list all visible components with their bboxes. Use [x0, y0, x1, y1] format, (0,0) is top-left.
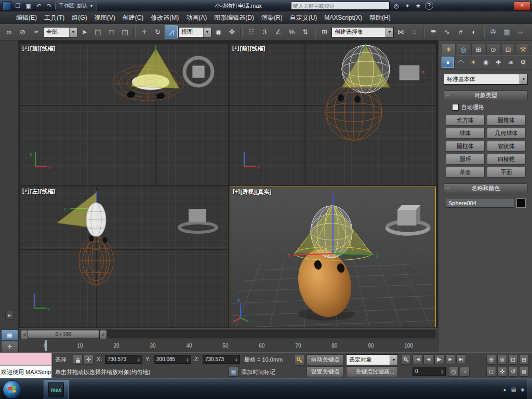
tray-expand-icon[interactable]: ▲: [503, 388, 507, 391]
bind-to-space-warp-icon[interactable]: ≈: [30, 25, 43, 38]
search-icon[interactable]: ◎: [392, 3, 401, 9]
viewport-name-menu[interactable]: [前]: [240, 45, 249, 52]
menu-item-animation[interactable]: 动画(A): [182, 14, 210, 22]
zoom-icon[interactable]: ⊕: [486, 355, 496, 365]
viewport-left-canvas[interactable]: y: [20, 187, 228, 327]
zoom-extents-icon[interactable]: ⊡: [508, 355, 518, 365]
phone-gizmo[interactable]: [179, 209, 217, 232]
previous-frame-button[interactable]: ◀: [423, 354, 433, 364]
egg-body-wireframe[interactable]: [326, 84, 382, 140]
viewport-menu-plus[interactable]: [+]: [233, 188, 240, 196]
viewport-perspective-canvas[interactable]: x y z: [230, 187, 435, 327]
next-frame-button[interactable]: >: [99, 330, 107, 339]
viewport-top[interactable]: [+] [顶] [线框]: [20, 44, 228, 185]
time-slider-handle[interactable]: 0 / 100: [28, 330, 99, 338]
dock-tool-icon[interactable]: ✛: [1, 341, 18, 352]
menu-item-tools[interactable]: 工具(T): [41, 14, 68, 22]
mirror-icon[interactable]: ⋈: [394, 25, 407, 38]
eye-right[interactable]: [156, 92, 165, 100]
unlink-selection-icon[interactable]: ⊘: [16, 25, 29, 38]
viewport-left[interactable]: [+] [左] [线框] y: [20, 187, 228, 327]
go-to-end-button[interactable]: ▶|: [456, 354, 466, 364]
head-sphere-wireframe[interactable]: [86, 203, 106, 237]
angle-snap-icon[interactable]: ∠: [272, 25, 285, 38]
set-key-big-icon[interactable]: [294, 355, 305, 366]
select-and-rotate-icon[interactable]: ↻: [151, 25, 164, 38]
subtab-shapes[interactable]: ◠: [455, 57, 467, 68]
button-plane[interactable]: 平面: [487, 167, 526, 178]
select-and-scale-icon[interactable]: ◿: [165, 25, 178, 38]
phone-gizmo[interactable]: [387, 205, 429, 234]
menu-item-rendering[interactable]: 渲染(R): [258, 14, 286, 22]
button-pyramid[interactable]: 四棱锥: [487, 154, 526, 165]
viewport-top-canvas[interactable]: y x: [20, 44, 228, 185]
geometry-category-dropdown[interactable]: 标准基本体 ▼: [444, 74, 528, 85]
object-name-field[interactable]: Sphere004: [446, 198, 514, 208]
menu-item-views[interactable]: 视图(V): [91, 14, 119, 22]
percent-snap-icon[interactable]: %: [285, 25, 298, 38]
menu-item-group[interactable]: 组(G): [68, 14, 90, 22]
z-coordinate-field[interactable]: 730.573 ▲▼: [203, 355, 240, 364]
time-configuration-icon[interactable]: ◷: [449, 367, 459, 377]
viewport-shading-menu[interactable]: [真实]: [256, 188, 271, 196]
viewport-shading-menu[interactable]: [线框]: [250, 45, 265, 52]
y-coordinate-field[interactable]: 200.085 ▲▼: [154, 355, 191, 364]
tab-create[interactable]: ✶: [442, 43, 456, 55]
close-window-button[interactable]: ×: [514, 2, 530, 10]
schematic-view-icon[interactable]: #: [454, 25, 467, 38]
eye-right[interactable]: [354, 96, 361, 103]
tab-utilities[interactable]: ⚒: [516, 43, 530, 55]
render-setup-icon[interactable]: ✇: [487, 25, 500, 38]
communication-center-icon[interactable]: ✦: [403, 3, 411, 9]
zoom-all-icon[interactable]: ⊛: [497, 355, 507, 365]
button-sphere[interactable]: 球体: [446, 128, 485, 139]
named-selection-set-dropdown[interactable]: 创建选择集 ▼: [331, 27, 394, 37]
key-selection-dropdown[interactable]: 选定对象 ▼: [346, 354, 398, 365]
menu-item-edit[interactable]: 编辑(E): [12, 14, 41, 22]
menu-item-modifiers[interactable]: 修改器(M): [147, 14, 182, 22]
orbit-icon[interactable]: ↺: [508, 367, 518, 377]
button-teapot[interactable]: 茶壶: [446, 167, 485, 178]
pan-icon[interactable]: ✜: [497, 367, 507, 377]
spinner-snap-icon[interactable]: ⇅: [299, 25, 312, 38]
current-frame-spinner[interactable]: 0 ▲▼: [413, 367, 446, 376]
subtab-geometry[interactable]: ●: [442, 57, 454, 68]
phone-gizmo[interactable]: x: [400, 65, 424, 80]
mini-curve-editor-icon[interactable]: ▦: [1, 329, 18, 341]
select-object-icon[interactable]: ➤: [78, 25, 91, 38]
subtab-systems[interactable]: ⚙: [517, 57, 529, 68]
select-and-link-icon[interactable]: ∞: [3, 25, 16, 38]
undo-icon[interactable]: ↶: [34, 2, 43, 10]
keyboard-shortcut-override-icon[interactable]: ☷: [245, 25, 258, 38]
viewport-menu-plus[interactable]: [+]: [22, 188, 30, 195]
add-time-tag[interactable]: 添加时间标记: [241, 368, 275, 376]
selection-lock-icon[interactable]: [73, 355, 83, 365]
button-cone[interactable]: 圆锥体: [487, 115, 526, 126]
set-key-button[interactable]: 设置关键点: [307, 366, 344, 377]
object-color-swatch[interactable]: [516, 198, 526, 208]
auto-key-button[interactable]: 自动关键点: [307, 354, 344, 365]
3dsmax-logo-icon[interactable]: [2, 1, 12, 11]
start-button[interactable]: [3, 380, 21, 399]
autogrid-checkbox[interactable]: [452, 104, 459, 111]
snaps-toggle-icon[interactable]: 3: [258, 25, 271, 38]
button-tube[interactable]: 管状体: [487, 141, 526, 152]
go-to-start-button[interactable]: |◀: [413, 354, 422, 364]
tab-motion[interactable]: ⊙: [486, 43, 500, 55]
redo-icon[interactable]: ↷: [45, 2, 54, 10]
use-pivot-point-center-icon[interactable]: ◉: [212, 25, 225, 38]
button-box[interactable]: 长方体: [446, 115, 485, 126]
menu-item-graph-editors[interactable]: 图形编辑器(D): [210, 14, 258, 22]
select-by-name-icon[interactable]: ▤: [91, 25, 104, 38]
layer-manager-icon[interactable]: ≣: [427, 25, 440, 38]
track-bar[interactable]: 010 2030 4050 6070 8090 100: [19, 339, 438, 352]
favorites-star-icon[interactable]: ★: [414, 3, 422, 9]
taskbar-app-3dsmax[interactable]: max: [44, 380, 69, 399]
expand-arrow-button[interactable]: ▸: [5, 311, 14, 320]
viewport-front-canvas[interactable]: x x: [230, 44, 436, 185]
rendered-frame-window-icon[interactable]: ▦: [500, 25, 513, 38]
button-geosphere[interactable]: 几何球体: [487, 128, 526, 139]
absolute-offset-mode-icon[interactable]: ✛: [84, 355, 94, 365]
align-icon[interactable]: ≡: [408, 25, 421, 38]
button-torus[interactable]: 圆环: [446, 154, 485, 165]
